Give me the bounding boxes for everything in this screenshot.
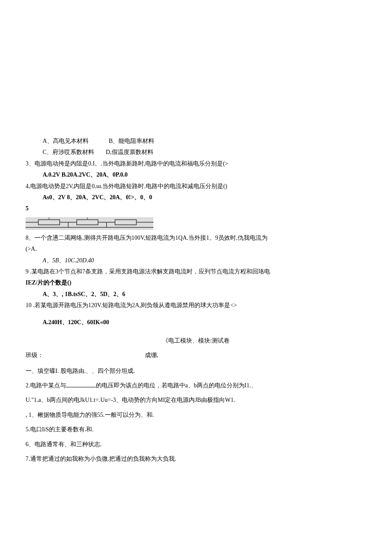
q8-text2: (>A. <box>26 244 366 254</box>
fill-q3: U."1.a、b两点间的电JkU1.t=.Uu=-3、电动势的方向MI定在电源内… <box>26 395 366 405</box>
exam-title: 《电工模块、模块:测试卷 <box>26 336 366 346</box>
q8-text1: 8、一个含懑二渴网络,测得共开路电压为100V,短路电流为1QA.当外接1。9员… <box>26 233 366 243</box>
circuit-diagram <box>26 217 153 230</box>
q9-opts: A、3、, 1B.tsSC、2、5D、2、6 <box>26 290 366 299</box>
fill-q2-a: 2.电路中某点与 <box>26 382 66 389</box>
class-label: 班级： <box>26 351 145 360</box>
q2-option-a-b: A、高电见本材料 B、能电阻率材料 <box>26 137 366 146</box>
q2-a: A、高电见本材料 <box>43 138 89 144</box>
q10-text: 10 .若某电源开路电压为120V.短路电流为2A,则负领从遵电源禁用的球大功率… <box>26 301 366 310</box>
svg-rect-0 <box>26 217 153 230</box>
blank-line <box>66 387 96 387</box>
q3-opts: A.0.2V B.20A.2VC、20A、0P.0.0 <box>26 170 366 180</box>
q4-opts: As0、2V 8、20A、2VC、20A、0!>、0、0 <box>26 193 366 202</box>
q3-text: 3、电源电动挎是内阻是0.I。.当外电路新路时,电路中的电流和福电乐分别是(> <box>26 159 366 169</box>
fill-q2: 2.电路中某点与的电压即为该点的电位，若电路中a、b两点的电位分别为I1.、 <box>26 381 366 390</box>
q2-d: D,假温度票数材料 <box>106 149 153 155</box>
q10-opts: A.240H、120C、60IK«00 <box>26 318 366 327</box>
fill-q7: 7.通常把通过的如我称为小负微.把通过的负我称为大负我. <box>26 454 366 464</box>
exam-header-row: 班级： 成绷, <box>26 351 366 360</box>
q2-option-c-d: C、府涉哎系数材料 D,假温度票数材料 <box>26 148 366 157</box>
fill-q6: 6、电路通常有、和三种状志. <box>26 440 366 449</box>
score-label: 成绷, <box>145 351 366 360</box>
q9-text1: 9 .某电路在3个节点和7条支路，采用支路电源法求解支路电流时，应列节点电流方程… <box>26 267 366 276</box>
q2-b: B、能电阻率材料 <box>109 138 154 144</box>
fill-q1: 一、填空碟I. 股电路由.、、四个部分坦成. <box>26 366 366 376</box>
q5-label: 5 <box>26 204 366 213</box>
q9-text2: IEZ/片的个数是() <box>26 278 366 288</box>
fill-q5: 5.电口IiS的主要卷数有.和. <box>26 425 366 434</box>
q4-text: 4,电源电动势是2V,内阻是0.ια.当外电路短路时.电路中的电流和减电压分别是… <box>26 182 366 191</box>
fill-q4: , 1、楸据物质导电能力的强55.一般可以分为、和. <box>26 410 366 420</box>
q8-opts: A、5B、10C.20D.40 <box>26 256 366 265</box>
fill-q2-b: 的电压即为该点的电位，若电路中a、b两点的电位分别为I1.、 <box>96 382 257 389</box>
q2-c: C、府涉哎系数材料 <box>43 149 94 155</box>
